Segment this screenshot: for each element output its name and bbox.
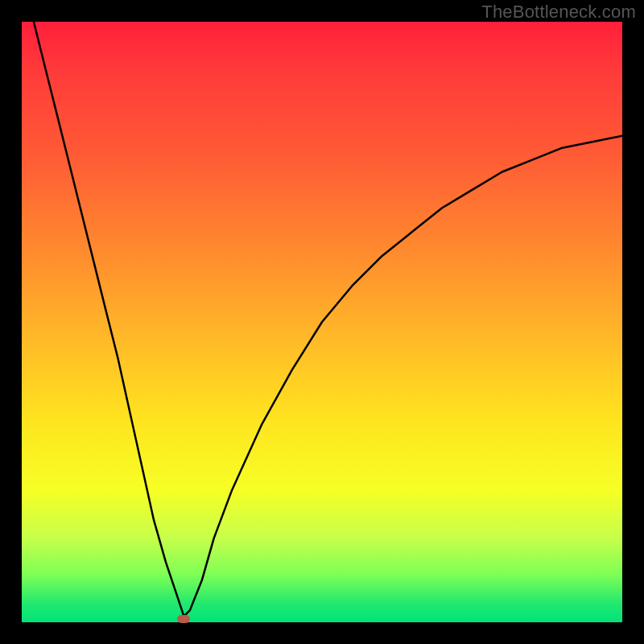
watermark-text: TheBottleneck.com xyxy=(481,2,636,23)
chart-frame: TheBottleneck.com xyxy=(0,0,644,644)
plot-area xyxy=(22,22,622,622)
minimum-marker xyxy=(177,615,190,623)
bottleneck-curve xyxy=(22,22,622,622)
